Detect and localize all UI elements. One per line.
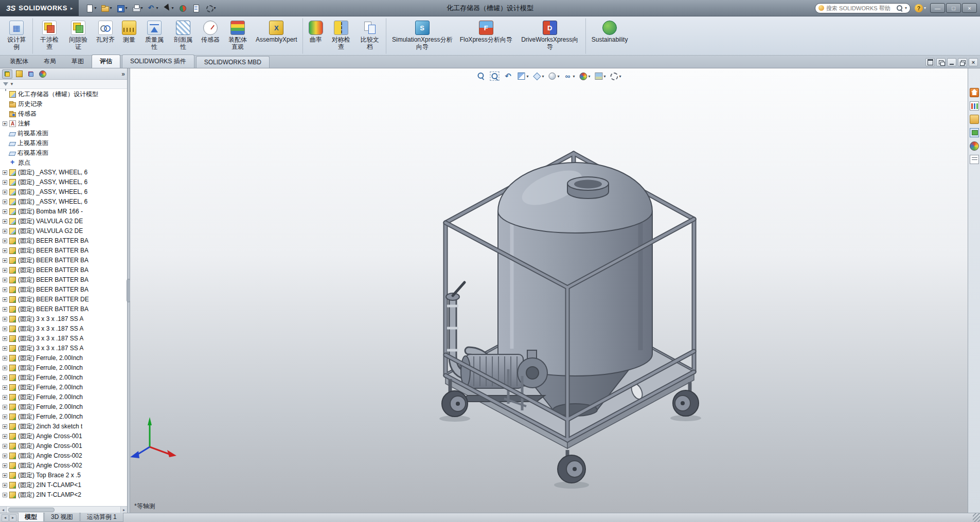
tree-item[interactable]: + (固定) Angle Cross-002 [0, 451, 127, 461]
scroll-left-icon[interactable]: ◂ [0, 507, 7, 513]
dropdown-caret-icon[interactable]: ▾ [214, 6, 216, 10]
tree-item[interactable]: + (固定) Angle Cross-001 [0, 441, 127, 451]
expand-icon[interactable]: + [3, 395, 7, 400]
quick-access-button[interactable]: ▾ [162, 3, 175, 13]
dropdown-caret-icon[interactable]: ▾ [141, 6, 143, 10]
tree-item[interactable]: + (固定) 2inch 3d sketch t [0, 422, 127, 431]
tree-item[interactable]: + 前视基准面 [0, 129, 127, 138]
expand-icon[interactable]: + [3, 366, 7, 370]
command-tab[interactable]: 布局 [36, 55, 64, 68]
ribbon-button[interactable]: 比较文档 [355, 18, 386, 54]
tree-item[interactable]: + (固定) _ASSY, WHEEL, 6 [0, 177, 127, 187]
ribbon-button[interactable]: 质量属性 [140, 18, 169, 54]
ribbon-button[interactable]: 传感器 [198, 18, 223, 54]
expand-icon[interactable]: + [3, 121, 7, 126]
tree-item[interactable]: + (固定) 3 x 3 x .187 SS A [0, 324, 127, 334]
quick-access-button[interactable]: ▾ [115, 3, 129, 13]
expand-icon[interactable]: + [3, 356, 7, 361]
dropdown-caret-icon[interactable]: ▾ [526, 74, 528, 79]
dropdown-caret-icon[interactable]: ▾ [589, 74, 591, 79]
view-toolbar-button[interactable]: ▾ [563, 71, 575, 81]
expand-icon[interactable]: + [3, 229, 7, 233]
tree-item[interactable]: + (固定) Ferrule, 2.00Inch [0, 353, 127, 363]
tree-item[interactable]: + 注解 [0, 119, 127, 129]
command-tab[interactable]: SOLIDWORKS MBD [196, 56, 270, 68]
menu-expand-icon[interactable]: ▸ [70, 6, 73, 11]
cascade-windows-icon[interactable] [936, 58, 946, 66]
expand-icon[interactable]: + [3, 239, 7, 243]
ribbon-button[interactable]: 设计算例 [2, 18, 33, 54]
ribbon-button[interactable]: AssemblyXpert [252, 18, 303, 54]
expand-icon[interactable]: + [3, 278, 7, 282]
expand-icon[interactable]: + [3, 405, 7, 409]
dropdown-caret-icon[interactable]: ▾ [619, 74, 621, 79]
maximize-window-icon[interactable]: □ [946, 3, 961, 13]
command-tab[interactable]: SOLIDWORKS 插件 [122, 55, 194, 68]
expand-icon[interactable]: + [3, 219, 7, 224]
solidworks-resources-icon[interactable] [970, 88, 979, 97]
tree-item[interactable]: + (固定) Ferrule, 2.00Inch [0, 383, 127, 392]
expand-icon[interactable]: + [3, 346, 7, 351]
tree-item[interactable]: + (固定) BEER BATTER BA [0, 304, 127, 314]
view-toolbar-button[interactable] [503, 71, 513, 81]
expand-icon[interactable]: + [3, 297, 7, 302]
quick-access-button[interactable]: ▾ [146, 3, 160, 13]
tree-item[interactable]: + (固定) Ferrule, 2.00Inch [0, 373, 127, 383]
ribbon-button[interactable]: 剖面属性 [169, 18, 198, 54]
expand-icon[interactable]: + [3, 327, 7, 331]
tree-item[interactable]: + (固定) VALVULA G2 DE [0, 226, 127, 236]
custom-properties-icon[interactable] [970, 155, 979, 164]
tree-item[interactable]: + (固定) BEER BATTER DE [0, 295, 127, 304]
dropdown-caret-icon[interactable]: ▾ [94, 6, 96, 10]
tree-item[interactable]: + (固定) _ASSY, WHEEL, 6 [0, 168, 127, 177]
command-tab[interactable]: 评估 [92, 55, 120, 68]
expand-icon[interactable]: + [3, 317, 7, 321]
tree-item[interactable]: + (固定) Angle Cross-001 [0, 431, 127, 441]
quick-access-button[interactable] [190, 3, 202, 13]
mode-tab[interactable]: 模型 [18, 513, 44, 522]
minimize-doc-icon[interactable] [947, 58, 956, 66]
expand-icon[interactable]: + [3, 493, 7, 497]
expand-icon[interactable]: + [3, 307, 7, 312]
scroll-right-icon[interactable]: ▸ [120, 507, 127, 513]
expand-icon[interactable]: + [3, 483, 7, 488]
filter-icon[interactable] [3, 82, 8, 86]
expand-icon[interactable]: + [3, 415, 7, 419]
tab-scroll-right-icon[interactable]: ▸ [9, 514, 16, 521]
tree-root[interactable]: + 化工存储器（槽罐）设计模型 [0, 89, 127, 99]
tree-item[interactable]: + (固定) BEER BATTER BA [0, 236, 127, 246]
graphics-area[interactable]: ▾ ▾ ▾ ▾ ▾ ▾ [130, 68, 968, 513]
view-toolbar-button[interactable]: ▾ [579, 71, 591, 81]
dropdown-caret-icon[interactable]: ▾ [110, 6, 112, 10]
tree-item[interactable]: + (固定) Ferrule, 2.00Inch [0, 412, 127, 422]
expand-icon[interactable]: + [3, 200, 7, 204]
tree-item[interactable]: + (固定) Ferrule, 2.00Inch [0, 392, 127, 402]
appearances-scenes-icon[interactable] [970, 141, 979, 151]
help-caret-icon[interactable]: ▾ [924, 6, 926, 10]
tree-item[interactable]: + (固定) BEER BATTER BA [0, 256, 127, 265]
tree-item[interactable]: + 上视基准面 [0, 138, 127, 148]
mode-tab[interactable]: 运动算例 1 [80, 513, 123, 522]
tree-item[interactable]: + (固定) _ASSY, WHEEL, 6 [0, 197, 127, 207]
tree-item[interactable]: + (固定) Ferrule, 2.00Inch [0, 363, 127, 373]
quick-access-button[interactable] [177, 3, 189, 13]
tree-item[interactable]: + (固定) BEER BATTER BA [0, 246, 127, 256]
tree-item[interactable]: + 右视基准面 [0, 148, 127, 158]
command-tab[interactable]: 草图 [64, 55, 92, 68]
expand-icon[interactable]: + [3, 248, 7, 253]
view-toolbar-button[interactable] [476, 71, 486, 81]
expand-icon[interactable]: + [3, 180, 7, 185]
dropdown-caret-icon[interactable]: ▾ [604, 74, 606, 79]
ribbon-button[interactable]: 间隙验证 [64, 18, 93, 54]
ribbon-button[interactable]: 孔对齐 [93, 18, 118, 54]
help-button[interactable]: ? ▾ [915, 4, 926, 12]
search-icon[interactable] [896, 5, 903, 11]
quick-access-button[interactable]: ▾ [84, 3, 98, 13]
dropdown-caret-icon[interactable]: ▾ [573, 74, 575, 79]
view-toolbar-button[interactable]: ▾ [594, 71, 606, 81]
expand-icon[interactable]: + [3, 258, 7, 263]
tree-item[interactable]: + (固定) Angle Cross-002 [0, 461, 127, 471]
filter-caret-icon[interactable]: ▼ [10, 82, 14, 86]
tree-item[interactable]: + (固定) 2IN T-CLAMP<2 [0, 490, 127, 500]
tree-item[interactable]: + (固定) Top Brace 2 x .5 [0, 471, 127, 480]
